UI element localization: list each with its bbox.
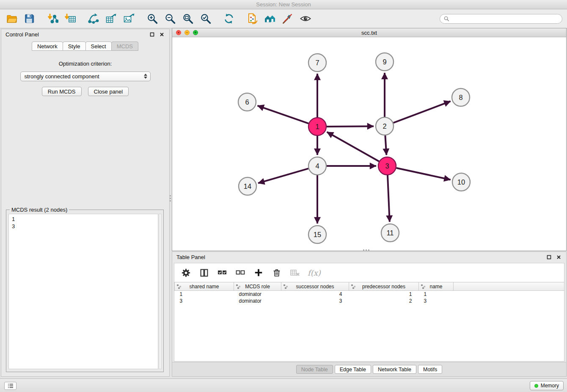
graph-node-8[interactable]: 8 xyxy=(452,88,470,106)
show-graphics-details-button[interactable] xyxy=(299,11,312,26)
graph-node-3[interactable]: 3 xyxy=(378,157,396,175)
graph-edge-4-14[interactable] xyxy=(258,168,308,183)
graph-edge-3-10[interactable] xyxy=(396,168,451,180)
tab-style[interactable]: Style xyxy=(63,41,86,51)
control-panel-title: Control Panel xyxy=(6,31,39,38)
minimize-window-button[interactable]: − xyxy=(184,30,190,35)
table-row[interactable]: 3dominator323 xyxy=(175,298,564,304)
graph-edge-1-6[interactable] xyxy=(258,106,309,124)
tab-node-table[interactable]: Node Table xyxy=(296,365,333,374)
new-network-icon xyxy=(88,13,99,25)
window-titlebar[interactable]: Session: New Session xyxy=(0,0,567,9)
column-header-predecessor-nodes[interactable]: predecessor nodes xyxy=(349,282,419,291)
search-input[interactable] xyxy=(452,16,558,22)
checked-boxes-icon xyxy=(217,268,227,278)
select-all-button[interactable] xyxy=(217,267,228,278)
add-row-button[interactable] xyxy=(253,267,264,278)
export-table-button[interactable] xyxy=(105,11,118,26)
svg-text:8: 8 xyxy=(459,94,462,101)
import-table-button[interactable] xyxy=(63,11,77,26)
graph-node-15[interactable]: 15 xyxy=(308,226,326,243)
close-table-panel-button[interactable] xyxy=(555,254,562,261)
network-overview-button[interactable] xyxy=(263,11,277,26)
unselect-all-button[interactable] xyxy=(235,267,246,278)
column-settings-button[interactable] xyxy=(180,267,191,278)
result-scrollbar[interactable] xyxy=(159,214,162,369)
column-header-shared-name[interactable]: shared name xyxy=(175,282,234,291)
close-panel-action-button[interactable]: Close panel xyxy=(88,87,129,96)
tab-select[interactable]: Select xyxy=(85,41,112,51)
zoom-out-button[interactable] xyxy=(163,11,177,26)
vertical-splitter-handle[interactable] xyxy=(170,195,171,202)
graph-node-11[interactable]: 11 xyxy=(381,224,399,242)
zoom-fit-button[interactable] xyxy=(181,11,195,26)
graph-node-9[interactable]: 9 xyxy=(376,53,394,71)
delete-table-button[interactable] xyxy=(289,267,300,278)
node-table: shared nameMCDS rolesuccessor nodesprede… xyxy=(174,282,564,304)
close-window-button[interactable]: × xyxy=(176,30,181,35)
zoom-in-button[interactable] xyxy=(146,11,159,26)
svg-text:4: 4 xyxy=(315,162,319,170)
table-panel-title: Table Panel xyxy=(176,254,205,260)
graph-node-14[interactable]: 14 xyxy=(239,177,256,195)
criterion-select[interactable]: strongly connected component xyxy=(20,72,151,81)
graph-node-10[interactable]: 10 xyxy=(452,173,470,191)
search-icon xyxy=(444,16,449,22)
svg-text:10: 10 xyxy=(457,178,465,186)
status-bar: Memory xyxy=(0,378,567,392)
graph-node-1[interactable]: 1 xyxy=(308,118,326,135)
open-session-button[interactable] xyxy=(5,11,18,26)
delete-row-button[interactable] xyxy=(271,267,282,278)
column-header-name[interactable]: name xyxy=(419,282,454,291)
tab-network[interactable]: Network xyxy=(32,41,63,51)
columns-icon xyxy=(200,268,209,277)
zoom-selected-button[interactable] xyxy=(199,11,212,26)
close-panel-button[interactable] xyxy=(158,31,165,38)
criterion-value: strongly connected component xyxy=(25,73,99,80)
brush-slash-icon xyxy=(282,13,294,25)
import-network-button[interactable] xyxy=(46,11,59,26)
svg-text:11: 11 xyxy=(386,229,394,237)
graph-node-6[interactable]: 6 xyxy=(238,93,256,111)
horizontal-splitter-handle[interactable] xyxy=(363,249,369,251)
trash-icon xyxy=(272,268,281,277)
toggle-column-button[interactable] xyxy=(198,267,209,278)
run-mcds-button[interactable]: Run MCDS xyxy=(42,87,82,96)
graph-edge-2-3[interactable] xyxy=(385,135,386,155)
graph-edge-1-2[interactable] xyxy=(327,126,374,127)
file-transfer-button[interactable] xyxy=(245,11,259,26)
table-row[interactable]: 1dominator411 xyxy=(175,291,564,298)
column-header-successor-nodes[interactable]: successor nodes xyxy=(281,282,349,291)
tab-motifs[interactable]: Motifs xyxy=(418,365,442,374)
result-line: 1 xyxy=(12,215,155,223)
float-panel-button[interactable] xyxy=(149,31,155,38)
search-box[interactable] xyxy=(440,14,562,24)
memory-label: Memory xyxy=(541,383,559,389)
tab-network-table[interactable]: Network Table xyxy=(373,365,416,374)
tab-edge-table[interactable]: Edge Table xyxy=(335,365,371,374)
task-history-button[interactable] xyxy=(4,382,17,390)
zoom-selected-icon xyxy=(200,13,212,25)
new-network-button[interactable] xyxy=(87,11,100,26)
function-builder-button[interactable]: f(x) xyxy=(308,268,321,277)
graph-edge-3-1[interactable] xyxy=(327,132,379,161)
table-content: f(x) shared nameMCDS rolesuccessor nodes… xyxy=(174,263,564,362)
column-header-MCDS-role[interactable]: MCDS role xyxy=(234,282,281,291)
float-table-panel-button[interactable] xyxy=(545,254,552,261)
graph-node-2[interactable]: 2 xyxy=(376,117,394,135)
houses-icon xyxy=(264,13,276,25)
tab-mcds[interactable]: MCDS xyxy=(111,41,138,51)
graph-node-7[interactable]: 7 xyxy=(308,54,326,72)
zoom-window-button[interactable]: + xyxy=(193,30,198,35)
memory-button[interactable]: Memory xyxy=(530,381,564,390)
hide-graphics-details-button[interactable] xyxy=(281,11,295,26)
export-table-icon xyxy=(105,13,117,25)
apply-layout-button[interactable] xyxy=(222,11,236,26)
network-canvas[interactable]: 7968124314101511 xyxy=(172,38,566,251)
save-session-button[interactable] xyxy=(22,11,36,26)
network-window-titlebar[interactable]: × − + scc.txt xyxy=(172,28,566,37)
graph-node-4[interactable]: 4 xyxy=(308,157,326,175)
graph-edge-2-8[interactable] xyxy=(394,101,451,123)
graph-edge-3-11[interactable] xyxy=(388,175,390,222)
export-image-button[interactable] xyxy=(122,11,136,26)
